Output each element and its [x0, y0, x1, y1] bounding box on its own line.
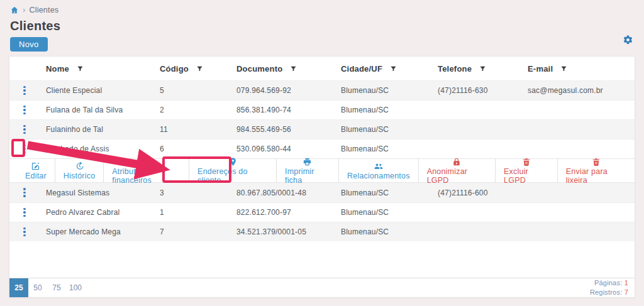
pages-label: Páginas: [594, 279, 622, 287]
cell-codigo: 7 [153, 227, 230, 236]
breadcrumb: › Clientes [10, 5, 58, 14]
cell-documento: 34.521.379/0001-05 [230, 227, 335, 236]
table-header-row: Nome Código Documento Cidade/UF Telefone… [9, 57, 635, 80]
page-size-25[interactable]: 25 [9, 278, 28, 297]
column-header-nome: Nome [40, 64, 153, 74]
page-size-50[interactable]: 50 [28, 278, 47, 297]
row-menu-kebab-icon[interactable] [21, 124, 28, 136]
cell-cidade: Blumenau/SC [335, 189, 431, 197]
pages-value: 1 [625, 279, 628, 287]
lock-icon [452, 157, 461, 167]
breadcrumb-separator: › [23, 5, 26, 14]
map-pin-icon [228, 157, 238, 167]
cell-nome: Cliente Especial [40, 86, 153, 95]
cell-telefone: (47)21116-630 [431, 86, 521, 95]
history-icon [75, 161, 84, 171]
column-header-telefone: Telefone [431, 64, 521, 74]
row-menu-kebab-icon[interactable] [21, 85, 28, 97]
table-row[interactable]: Fulaninho de Tal 11 984.555.469-56 Blume… [9, 119, 635, 139]
cell-telefone: (47)21116-600 [431, 189, 521, 197]
page-title: Clientes [10, 19, 60, 33]
new-button[interactable]: Novo [10, 37, 48, 52]
filter-icon[interactable] [560, 65, 567, 72]
table-row[interactable]: Super Mercado Mega 7 34.521.379/0001-05 … [9, 222, 635, 241]
filter-icon[interactable] [479, 65, 486, 72]
pagination-info: Páginas: 1 Registros: 7 [590, 278, 635, 297]
cell-codigo: 1 [153, 208, 230, 217]
breadcrumb-current[interactable]: Clientes [30, 6, 59, 14]
row-menu-kebab-icon[interactable] [21, 226, 28, 238]
row-menu-kebab-icon[interactable] [21, 104, 28, 116]
trash-icon [522, 157, 531, 167]
cell-codigo: 3 [153, 189, 230, 197]
filter-icon[interactable] [390, 65, 397, 72]
home-icon[interactable] [10, 6, 19, 14]
cell-codigo: 6 [153, 145, 230, 153]
pagination-bar: 25 50 75 100 Páginas: 1 Registros: 7 [9, 278, 635, 297]
cell-documento: 984.555.469-56 [230, 125, 335, 134]
cell-cidade: Blumenau/SC [335, 145, 431, 153]
relationships-action[interactable]: Relacionamentos [338, 159, 418, 182]
printer-icon [303, 157, 312, 167]
financial-attributes-action[interactable]: Atributos financeiros [103, 159, 189, 182]
anonymize-lgpd-action[interactable]: Anonimizar LGPD [418, 159, 495, 182]
chart-icon [142, 157, 151, 167]
cell-documento: 80.967.805/0001-48 [230, 189, 335, 197]
cell-codigo: 11 [153, 125, 230, 134]
page-size-75[interactable]: 75 [47, 278, 66, 297]
cell-cidade: Blumenau/SC [335, 125, 431, 134]
column-header-email: E-mail [521, 64, 635, 74]
cell-documento: 822.612.700-97 [230, 208, 335, 217]
print-record-action[interactable]: Imprimir ficha [276, 159, 338, 182]
cell-nome: Fulaninho de Tal [40, 125, 153, 134]
table-row[interactable]: Fulana de Tal da Silva 2 856.381.490-74 … [9, 100, 635, 119]
users-icon [374, 161, 384, 171]
cell-cidade: Blumenau/SC [335, 86, 431, 95]
delete-lgpd-action[interactable]: Excluir LGPD [495, 159, 557, 182]
records-value: 7 [625, 288, 628, 296]
cell-cidade: Blumenau/SC [335, 227, 431, 236]
cell-codigo: 5 [153, 86, 230, 95]
clients-table-card: Nome Código Documento Cidade/UF Telefone… [9, 56, 635, 298]
cell-email: sac@megasul.com.br [521, 86, 635, 95]
row-menu-kebab-icon-active[interactable] [21, 143, 28, 155]
row-actions-bar: Editar Histórico Atributos financeiros E… [9, 158, 635, 183]
cell-nome: Fulana de Tal da Silva [40, 106, 153, 114]
cell-nome: Super Mercado Mega [40, 227, 153, 236]
edit-action[interactable]: Editar [17, 159, 55, 182]
cell-nome: Megasul Sistemas [40, 189, 153, 197]
filter-icon[interactable] [196, 65, 203, 72]
history-action[interactable]: Histórico [55, 159, 103, 182]
table-row[interactable]: Pedro Alvarez Cabral 1 822.612.700-97 Bl… [9, 202, 635, 222]
cell-codigo: 2 [153, 106, 230, 114]
table-row[interactable]: Megasul Sistemas 3 80.967.805/0001-48 Bl… [9, 183, 635, 202]
records-label: Registros: [590, 288, 623, 296]
filter-icon[interactable] [290, 65, 297, 72]
cell-documento: 530.096.580-44 [230, 145, 335, 153]
edit-icon [31, 161, 40, 171]
client-addresses-action[interactable]: Endereços do cliente [189, 159, 276, 182]
column-header-codigo: Código [153, 64, 230, 74]
row-menu-kebab-icon[interactable] [21, 207, 28, 219]
send-to-trash-action[interactable]: Enviar para lixeira [557, 159, 635, 182]
row-menu-kebab-icon[interactable] [21, 187, 28, 199]
cell-documento: 079.964.569-92 [230, 86, 335, 95]
column-header-documento: Documento [230, 64, 335, 74]
cell-cidade: Blumenau/SC [335, 208, 431, 217]
cell-nome: Machado de Assis [40, 145, 153, 153]
cell-nome: Pedro Alvarez Cabral [40, 208, 153, 217]
gear-icon[interactable] [623, 35, 633, 48]
page-size-100[interactable]: 100 [66, 278, 85, 297]
column-header-cidade-uf: Cidade/UF [335, 64, 431, 74]
filter-icon[interactable] [77, 65, 84, 72]
trash-icon [592, 157, 601, 167]
table-row-selected[interactable]: Machado de Assis 6 530.096.580-44 Blumen… [9, 139, 635, 158]
cell-cidade: Blumenau/SC [335, 106, 431, 114]
cell-documento: 856.381.490-74 [230, 106, 335, 114]
table-row[interactable]: Cliente Especial 5 079.964.569-92 Blumen… [9, 80, 635, 100]
